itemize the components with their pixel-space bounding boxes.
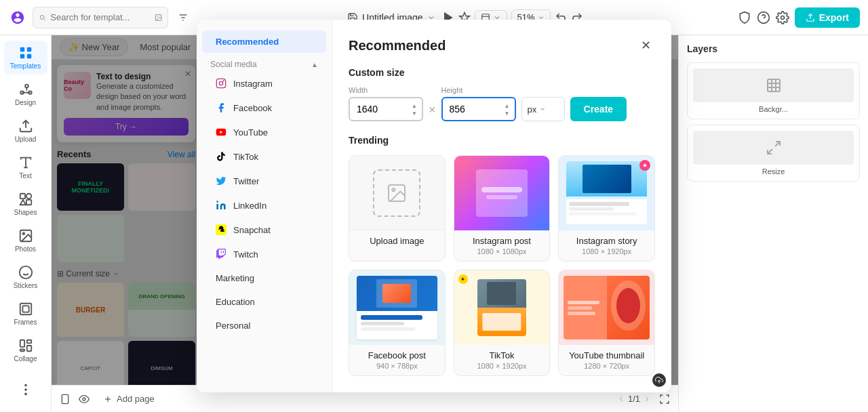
trending-item-upload[interactable]: Upload image <box>349 155 446 262</box>
svg-rect-24 <box>26 200 31 205</box>
next-page-icon[interactable] <box>643 395 651 403</box>
sidebar-item-design[interactable]: Design <box>4 77 47 111</box>
shield-icon[interactable] <box>738 11 751 24</box>
svg-rect-14 <box>20 54 24 58</box>
trending-item-tiktok[interactable]: ✦ TikTok 1080 × 1920px <box>454 270 551 376</box>
photos-icon <box>18 228 33 243</box>
sidebar-item-frames[interactable]: Frames <box>4 297 47 331</box>
modal-sidebar-twitter[interactable]: Twitter <box>202 169 326 192</box>
modal-sidebar-facebook[interactable]: Facebook <box>202 96 326 119</box>
help-icon[interactable] <box>757 11 770 24</box>
collage-icon <box>18 338 33 353</box>
svg-rect-34 <box>26 346 31 351</box>
modal-sidebar-marketing[interactable]: Marketing <box>202 267 326 289</box>
filter-icon[interactable] <box>174 8 193 27</box>
modal-sidebar-recommended[interactable]: Recommended <box>202 30 326 53</box>
instagram-post-info: Instagram post 1080 × 1080px <box>454 230 550 261</box>
sidebar-item-photos[interactable]: Photos <box>4 224 47 258</box>
page-icon <box>60 394 71 405</box>
settings-icon[interactable] <box>776 11 789 24</box>
modal-sidebar-snapchat[interactable]: Snapchat <box>202 218 326 241</box>
modal-header: Recommended ✕ <box>349 36 655 55</box>
youtube-thumb <box>559 270 654 345</box>
facebook-post-thumb <box>349 270 445 345</box>
trending-item-instagram-story[interactable]: Instagram story 1080 × 1920px <box>558 155 655 262</box>
create-button[interactable]: Create <box>570 97 627 121</box>
tiktok-post-thumb: ✦ <box>454 270 550 345</box>
twitch-icon <box>216 249 226 260</box>
snapchat-icon <box>216 224 226 235</box>
size-separator: × <box>429 103 436 121</box>
svg-point-26 <box>22 232 24 234</box>
sidebar-item-text[interactable]: Text <box>4 150 47 184</box>
export-button[interactable]: Export <box>795 7 860 28</box>
image-search-icon[interactable] <box>155 13 162 22</box>
width-down-btn[interactable]: ▼ <box>410 110 419 117</box>
modal-sidebar-personal[interactable]: Personal <box>202 314 326 337</box>
modal-sidebar-instagram[interactable]: Instagram <box>202 72 326 95</box>
layer-resize[interactable]: Resize <box>687 125 860 182</box>
sidebar-item-upload[interactable]: Upload <box>4 114 47 148</box>
frames-icon <box>18 302 33 316</box>
eye-icon[interactable] <box>79 394 90 405</box>
svg-rect-39 <box>768 79 780 91</box>
facebook-post-size: 940 × 788px <box>356 362 438 370</box>
svg-point-37 <box>25 389 26 390</box>
search-input[interactable] <box>50 12 150 22</box>
trending-item-instagram-post[interactable]: Instagram post 1080 × 1080px <box>454 155 551 262</box>
tiktok-info: TikTok 1080 × 1920px <box>454 345 550 375</box>
instagram-icon <box>216 78 226 89</box>
sidebar-label-photos: Photos <box>15 245 36 253</box>
sidebar-label-shapes: Shapes <box>14 209 37 216</box>
svg-rect-46 <box>62 394 68 403</box>
width-stepper: ▲ ▼ <box>410 102 419 117</box>
modal-sidebar-social-media-section: Social media ▲ <box>197 56 332 72</box>
trending-item-facebook-post[interactable]: Facebook post 940 × 788px <box>349 270 446 376</box>
social-media-chevron[interactable]: ▲ <box>311 61 318 68</box>
width-field: Width ▲ ▼ <box>349 86 423 121</box>
search-box[interactable] <box>33 7 168 28</box>
tiktok-name: TikTok <box>461 350 543 360</box>
sidebar-item-shapes[interactable]: Shapes <box>4 187 47 221</box>
sidebar-item-stickers[interactable]: Stickers <box>4 260 47 294</box>
unit-selector[interactable]: px <box>521 97 565 121</box>
modal-sidebar-linkedin[interactable]: LinkedIn <box>202 194 326 217</box>
image-placeholder-icon <box>386 182 408 204</box>
height-field: Height ▲ ▼ <box>441 86 516 121</box>
sidebar-label-design: Design <box>15 99 36 106</box>
modal-sidebar-youtube[interactable]: YouTube <box>202 121 326 144</box>
instagram-post-name: Instagram post <box>461 236 543 246</box>
svg-point-52 <box>223 81 224 81</box>
height-stepper: ▲ ▼ <box>502 102 512 117</box>
trending-label: Trending <box>349 135 655 146</box>
custom-size-row: Width ▲ ▼ × Height ▲ ▼ <box>349 86 655 121</box>
height-up-btn[interactable]: ▲ <box>502 102 512 109</box>
right-panel: Layers Backgr... Resize <box>678 35 868 412</box>
tiktok-badge: ✦ <box>458 274 468 284</box>
facebook-post-info: Facebook post 940 × 788px <box>349 345 445 375</box>
width-up-btn[interactable]: ▲ <box>410 102 419 109</box>
svg-rect-32 <box>20 340 24 347</box>
sidebar-item-templates[interactable]: Templates <box>4 41 47 75</box>
twitter-icon <box>216 176 226 186</box>
facebook-post-name: Facebook post <box>356 350 438 360</box>
prev-page-icon[interactable] <box>617 395 625 403</box>
layers-title: Layers <box>687 43 860 54</box>
height-down-btn[interactable]: ▼ <box>502 110 512 117</box>
layer-background[interactable]: Backgr... <box>687 62 860 119</box>
add-page-button[interactable]: Add page <box>98 391 160 407</box>
sidebar-item-collage[interactable]: Collage <box>4 333 47 367</box>
modal-sidebar-twitch[interactable]: Twitch <box>202 243 326 266</box>
svg-point-38 <box>25 394 26 395</box>
modal-sidebar-tiktok[interactable]: TikTok <box>202 145 326 168</box>
upload-name: Upload image <box>356 236 438 246</box>
text-icon <box>18 155 33 170</box>
modal-sidebar-education[interactable]: Education <box>202 291 326 313</box>
logo[interactable] <box>8 8 27 27</box>
modal-close-button[interactable]: ✕ <box>636 36 655 55</box>
upload-thumb <box>349 156 445 230</box>
fullscreen-icon[interactable] <box>659 394 670 405</box>
sidebar-item-more[interactable] <box>4 373 47 407</box>
trending-item-youtube-thumbnail[interactable]: YouTube thumbnail 1280 × 720px <box>558 270 655 376</box>
tiktok-icon <box>216 151 226 162</box>
